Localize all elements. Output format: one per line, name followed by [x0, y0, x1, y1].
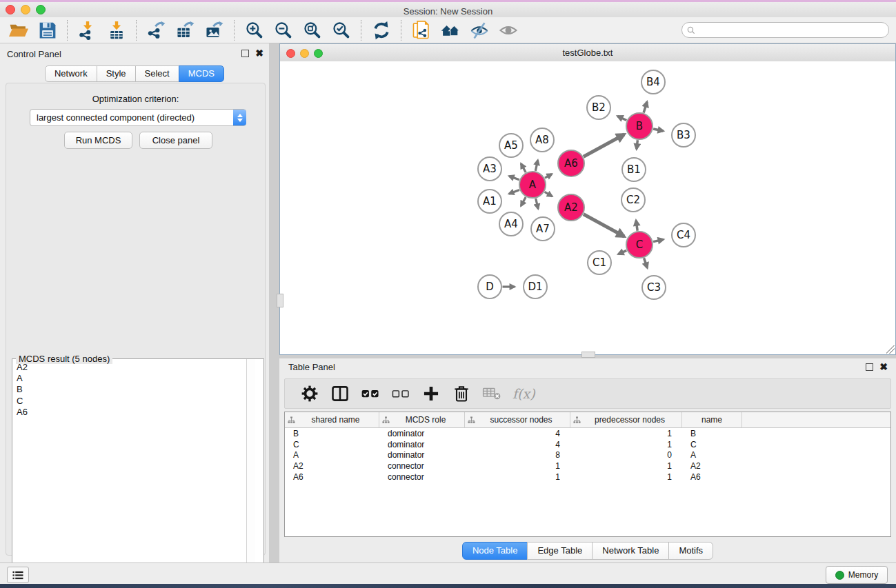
table-cell[interactable]: A6 [682, 472, 742, 482]
edge-B-B1[interactable] [637, 140, 638, 149]
tab-select[interactable]: Select [135, 65, 179, 82]
tab-mcds[interactable]: MCDS [179, 65, 224, 82]
edge-A-A2[interactable] [545, 192, 552, 196]
select-all-checked-icon[interactable] [359, 383, 381, 405]
memory-button[interactable]: Memory [826, 566, 888, 584]
column-header-MCDS-role[interactable]: MCDS role [379, 412, 465, 427]
search-field[interactable] [681, 22, 889, 38]
table-cell[interactable]: B [285, 429, 379, 438]
edge-B-B2[interactable] [617, 116, 626, 120]
table-row[interactable]: A2connector11A2 [285, 460, 890, 472]
float-panel-icon[interactable] [241, 50, 249, 57]
edge-B-B3[interactable] [653, 129, 664, 131]
edge-A2-C[interactable] [584, 214, 624, 236]
left-splitter-handle[interactable] [277, 294, 283, 307]
eye-slash-icon[interactable] [468, 19, 490, 41]
table-cell[interactable]: A [682, 450, 742, 460]
dropdown-stepper-icon[interactable] [233, 110, 246, 125]
zoom-selected-icon[interactable] [330, 19, 352, 41]
zoom-out-icon[interactable] [272, 19, 295, 41]
column-header-successor-nodes[interactable]: successor nodes [465, 412, 570, 427]
table-cell[interactable]: 8 [465, 450, 570, 460]
tab-network-table[interactable]: Network Table [592, 542, 669, 560]
table-cell[interactable]: 0 [570, 450, 682, 460]
table-cell[interactable]: 1 [465, 472, 570, 482]
table-cell[interactable]: dominator [379, 450, 465, 460]
bottom-splitter-handle[interactable] [581, 352, 595, 358]
edge-C-C1[interactable] [618, 250, 626, 254]
add-column-icon[interactable] [420, 383, 442, 405]
edge-C-C4[interactable] [653, 239, 664, 241]
close-panel-icon[interactable]: ✖ [255, 50, 263, 57]
table-cell[interactable]: connector [379, 472, 465, 482]
table-cell[interactable]: A2 [682, 461, 742, 471]
mcds-result-item[interactable]: A6 [17, 407, 251, 418]
table-cell[interactable]: A2 [285, 461, 379, 471]
tab-style[interactable]: Style [97, 65, 136, 82]
edge-A-A6[interactable] [545, 174, 552, 178]
mcds-result-item[interactable]: C [17, 396, 251, 407]
new-network-doc-icon[interactable] [410, 19, 432, 41]
close-table-panel-icon[interactable]: ✖ [879, 363, 888, 371]
table-cell[interactable]: C [682, 440, 742, 449]
edge-A-A4[interactable] [521, 197, 526, 206]
network-canvas[interactable]: B4B2BB3A8A5A6A3B1AC2A1A2A4A7C4CC1DD1C3 [280, 61, 895, 354]
edge-A-A8[interactable] [535, 160, 537, 171]
close-panel-button[interactable]: Close panel [139, 132, 212, 149]
save-icon[interactable] [37, 19, 59, 41]
edge-A-A1[interactable] [509, 190, 519, 194]
edge-C-C3[interactable] [644, 258, 648, 267]
open-folder-icon[interactable] [8, 19, 30, 41]
table-cell[interactable]: dominator [379, 440, 465, 449]
table-cell[interactable]: 1 [570, 440, 682, 449]
main-titlebar[interactable]: Session: New Session [0, 2, 896, 18]
table-cell[interactable]: 1 [570, 472, 682, 482]
table-cell[interactable]: C [285, 440, 379, 449]
table-cell[interactable]: A6 [285, 472, 379, 482]
tab-node-table[interactable]: Node Table [462, 542, 528, 560]
network-window-titlebar[interactable]: testGlobe.txt [280, 44, 895, 62]
network-graph[interactable]: B4B2BB3A8A5A6A3B1AC2A1A2A4A7C4CC1DD1C3 [280, 61, 895, 354]
table-row[interactable]: Adominator80A [285, 450, 890, 461]
edge-A-A7[interactable] [536, 199, 538, 209]
float-table-panel-icon[interactable] [866, 363, 873, 371]
tab-edge-table[interactable]: Edge Table [527, 542, 593, 560]
tab-network[interactable]: Network [45, 65, 97, 82]
table-cell[interactable]: A [285, 450, 379, 460]
column-header-shared-name[interactable]: shared name [285, 412, 379, 427]
table-cell[interactable]: B [682, 429, 742, 438]
mcds-result-scrollbar[interactable] [246, 359, 255, 585]
node-table[interactable]: shared nameMCDS rolesuccessor nodesprede… [284, 412, 891, 537]
houses-icon[interactable] [439, 19, 461, 41]
mcds-result-item[interactable]: B [17, 384, 251, 395]
edge-C-C2[interactable] [636, 221, 637, 231]
mcds-result-item[interactable]: A2 [17, 362, 251, 373]
table-cell[interactable]: 1 [465, 461, 570, 471]
edge-A-A3[interactable] [509, 176, 519, 179]
zoom-fit-icon[interactable] [301, 19, 323, 41]
table-cell[interactable]: 4 [465, 429, 570, 438]
table-row[interactable]: Bdominator41B [285, 428, 890, 439]
tab-motifs[interactable]: Motifs [668, 542, 713, 560]
search-input[interactable] [696, 24, 888, 37]
export-image-icon[interactable] [203, 19, 226, 41]
mcds-result-item[interactable]: A [17, 373, 251, 384]
task-history-button[interactable] [7, 567, 29, 583]
resize-grip-icon[interactable] [886, 345, 895, 354]
column-layout-icon[interactable] [329, 383, 351, 405]
export-network-icon[interactable] [146, 19, 168, 41]
table-cell[interactable]: connector [379, 461, 465, 471]
import-network-icon[interactable] [77, 19, 99, 41]
column-header-predecessor-nodes[interactable]: predecessor nodes [570, 412, 682, 427]
table-cell[interactable]: 1 [570, 461, 682, 471]
deselect-all-icon[interactable] [390, 383, 412, 405]
table-row[interactable]: Cdominator41C [285, 439, 890, 450]
zoom-in-icon[interactable] [243, 19, 266, 41]
export-table-icon[interactable] [175, 19, 197, 41]
table-row[interactable]: A6connector11A6 [285, 472, 890, 483]
edge-A6-B[interactable] [584, 134, 624, 156]
run-mcds-button[interactable]: Run MCDS [64, 132, 132, 149]
table-cell[interactable]: 1 [570, 429, 682, 438]
settings-gear-icon[interactable] [299, 383, 321, 405]
edge-B-B4[interactable] [644, 102, 647, 113]
